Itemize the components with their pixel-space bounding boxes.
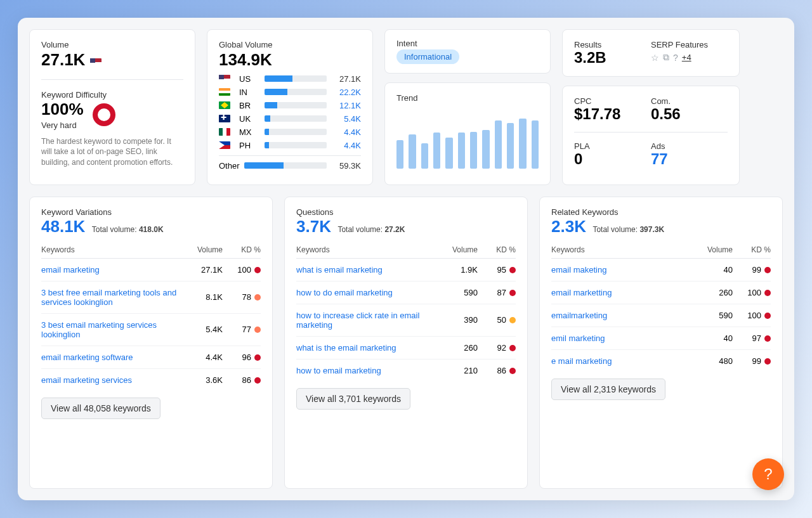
keyword-kd: 78 [223, 292, 261, 302]
us-flag-icon [90, 58, 102, 66]
keyword-row: email marketing 27.1K 100 [41, 259, 261, 282]
volume-card: Volume 27.1K Keyword Difficulty 100% Ver… [29, 29, 195, 185]
keyword-volume: 1.9K [440, 265, 478, 275]
keyword-kd: 100 [223, 265, 261, 275]
keyword-link[interactable]: what is the email marketing [296, 343, 440, 353]
keyword-link[interactable]: email marketing [41, 265, 185, 275]
cpc-label: CPC [574, 96, 651, 106]
link-icon[interactable]: ⧉ [663, 52, 669, 63]
kd-dot-icon [509, 290, 516, 296]
country-code: MX [239, 127, 259, 137]
keyword-kd: 50 [478, 315, 516, 325]
volume-value: 27.1K [41, 51, 183, 69]
global-volume-row: UK 5.4K [219, 114, 361, 124]
keyword-kd: 95 [478, 265, 516, 275]
com-value: 0.56 [651, 106, 728, 122]
keyword-link[interactable]: emailmarketing [551, 311, 695, 320]
keyword-link[interactable]: email marketting [551, 288, 695, 297]
keyword-volume: 40 [695, 333, 733, 343]
trend-bar [458, 133, 465, 169]
table-header: KeywordsVolumeKD % [296, 245, 516, 259]
country-code: IN [239, 87, 259, 97]
keyword-link[interactable]: how to email marketing [296, 366, 440, 375]
variations-count: 48.1K [41, 217, 85, 236]
keyword-link[interactable]: how to increase click rate in email mark… [296, 311, 440, 330]
keyword-row: email marketing services 3.6K 86 [41, 369, 261, 391]
variations-title: Keyword Variations [41, 207, 261, 217]
volume-value[interactable]: 27.1K [332, 74, 361, 84]
trend-chart [396, 112, 539, 169]
trend-bar [409, 134, 416, 169]
cpc-value: $17.78 [574, 106, 651, 122]
volume-value[interactable]: 5.4K [332, 114, 361, 124]
keyword-volume: 260 [695, 288, 733, 297]
volume-bar [265, 115, 327, 122]
keyword-kd: 77 [223, 325, 261, 334]
trend-bar [507, 123, 514, 169]
us-flag-icon [219, 75, 230, 82]
variations-view-all-button[interactable]: View all 48,058 keywords [41, 398, 160, 419]
keyword-row: what is the email marketing 260 92 [296, 337, 516, 359]
keyword-volume: 390 [440, 315, 478, 325]
keyword-volume: 5.4K [185, 325, 223, 334]
intent-card: Intent Informational [384, 29, 551, 74]
help-fab[interactable]: ? [752, 458, 784, 490]
volume-bar [265, 75, 327, 82]
keyword-link[interactable]: 3 best free email marketing tools and se… [41, 288, 185, 307]
kd-ring-icon [93, 103, 115, 126]
keyword-kd: 99 [733, 265, 771, 275]
volume-bar [265, 129, 327, 135]
variations-total: Total volume: 418.0K [92, 225, 164, 234]
global-volume-other-row: Other 59.3K [219, 161, 361, 171]
keyword-link[interactable]: how to do email marketing [296, 288, 440, 297]
serp-more-link[interactable]: +4 [682, 53, 691, 62]
ads-value[interactable]: 77 [651, 151, 728, 167]
kd-description: The hardest keyword to compete for. It w… [41, 136, 183, 168]
trend-bar [396, 140, 403, 169]
mx-flag-icon [219, 128, 230, 136]
trend-bar [532, 120, 539, 169]
keyword-link[interactable]: 3 best email marketing services lookingl… [41, 320, 185, 339]
keyword-link[interactable]: email maketing [551, 265, 695, 275]
kd-dot-icon [764, 290, 771, 296]
questions-total: Total volume: 27.2K [337, 225, 405, 234]
keyword-row: how to do email marketing 590 87 [296, 282, 516, 304]
global-volume-row: US 27.1K [219, 74, 361, 84]
keyword-row: how to email marketing 210 86 [296, 359, 516, 382]
help-icon[interactable]: ? [673, 53, 678, 63]
country-code: US [239, 74, 259, 84]
keyword-kd: 100 [733, 311, 771, 320]
keyword-link[interactable]: what is email marketing [296, 265, 440, 275]
questions-view-all-button[interactable]: View all 3,701 keywords [296, 388, 410, 410]
kd-dot-icon [254, 354, 261, 361]
volume-value[interactable]: 4.4K [332, 127, 361, 137]
keyword-row: email marketting 260 100 [551, 282, 771, 304]
trend-bar [421, 143, 428, 169]
related-view-all-button[interactable]: View all 2,319 keywords [551, 379, 665, 400]
volume-value[interactable]: 12.1K [332, 101, 361, 110]
volume-bar [265, 102, 327, 108]
keyword-volume: 4.4K [185, 353, 223, 362]
volume-value[interactable]: 22.2K [332, 87, 361, 97]
kd-dot-icon [764, 335, 771, 342]
questions-count: 3.7K [296, 217, 331, 236]
volume-value[interactable]: 4.4K [332, 141, 361, 150]
volume-bar [265, 89, 327, 95]
keyword-volume: 260 [440, 343, 478, 353]
star-icon[interactable]: ☆ [651, 53, 659, 63]
bottom-row: Keyword Variations 48.1K Total volume: 4… [29, 197, 783, 489]
country-code: BR [239, 101, 259, 110]
intent-badge[interactable]: Informational [396, 49, 459, 64]
keyword-link[interactable]: e mail marketing [551, 356, 695, 366]
top-row: Volume 27.1K Keyword Difficulty 100% Ver… [29, 29, 783, 185]
keyword-kd: 100 [733, 288, 771, 297]
keyword-volume: 480 [695, 356, 733, 366]
results-serp-card: Results 3.2B SERP Features ☆ ⧉ ? +4 [562, 29, 740, 77]
volume-label: Volume [41, 40, 183, 49]
keyword-volume: 3.6K [185, 375, 223, 385]
related-keywords-card: Related Keywords 2.3K Total volume: 397.… [539, 197, 783, 489]
keyword-link[interactable]: emil marketing [551, 333, 695, 343]
keyword-link[interactable]: email marketing software [41, 353, 185, 362]
keyword-link[interactable]: email marketing services [41, 375, 185, 385]
cpc-com-card: CPC $17.78 Com. 0.56 PLA 0 Ads 77 [562, 86, 740, 185]
